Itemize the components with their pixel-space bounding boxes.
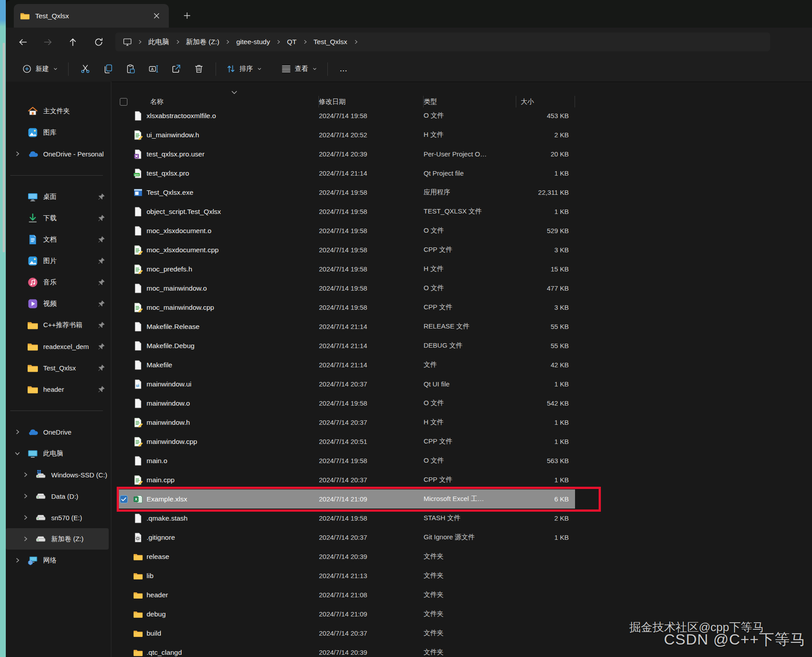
sidebar-item-header[interactable]: header xyxy=(6,378,111,400)
chevron-right-icon[interactable] xyxy=(22,514,35,521)
paste-button[interactable] xyxy=(119,61,142,77)
sidebar-item-drive-c[interactable]: Windows-SSD (C:) xyxy=(6,464,111,485)
chevron-right-icon[interactable] xyxy=(14,428,27,435)
file-icon xyxy=(133,341,143,351)
file-row[interactable]: xlsxabstractooxmlfile.o2024/7/14 19:58O … xyxy=(112,111,812,125)
back-button[interactable] xyxy=(14,33,32,51)
file-row[interactable]: header2024/7/14 21:08文件夹 xyxy=(112,585,812,604)
breadcrumb-item[interactable]: QT xyxy=(283,36,300,48)
file-date-cell: 2024/7/14 19:58 xyxy=(319,208,424,215)
breadcrumb-item[interactable]: 新加卷 (Z:) xyxy=(183,36,223,49)
sidebar-item-test-qxlsx[interactable]: Test_Qxlsx xyxy=(6,357,111,378)
file-date-cell: 2024/7/14 19:58 xyxy=(319,265,424,273)
column-header-name[interactable]: 名称 xyxy=(147,96,319,107)
tab-close-button[interactable] xyxy=(150,10,163,22)
sidebar-item-desktop[interactable]: 桌面 xyxy=(6,186,111,207)
file-row[interactable]: uimainwindow.ui2024/7/14 20:37Qt UI file… xyxy=(112,374,812,394)
file-row[interactable]: moc_xlsxdocument.cpp2024/7/14 19:58CPP 文… xyxy=(112,240,812,259)
file-row[interactable]: moc_mainwindow.cpp2024/7/14 19:58CPP 文件3… xyxy=(112,298,812,317)
view-button[interactable]: 查看 xyxy=(277,61,322,77)
file-row[interactable]: lib2024/7/14 21:13文件夹 xyxy=(112,566,812,585)
share-button[interactable] xyxy=(165,61,188,77)
file-row[interactable]: mainwindow.o2024/7/14 19:58O 文件542 KB xyxy=(112,394,812,413)
new-tab-button[interactable] xyxy=(180,8,195,23)
sidebar-item-pictures[interactable]: 图片 xyxy=(6,250,111,271)
sidebar-item-drive-d[interactable]: Data (D:) xyxy=(6,485,111,507)
sidebar-item-drive-z[interactable]: 新加卷 (Z:) xyxy=(6,528,109,550)
cut-button[interactable] xyxy=(74,61,97,77)
file-row[interactable]: main.cpp2024/7/14 20:37CPP 文件1 KB xyxy=(112,470,812,489)
chevron-right-icon[interactable] xyxy=(22,493,35,500)
rename-button[interactable]: A xyxy=(142,61,165,77)
select-all-checkbox[interactable] xyxy=(120,96,133,107)
sidebar-item-onedrive-personal[interactable]: OneDrive - Personal xyxy=(6,143,111,164)
view-button-label: 查看 xyxy=(295,65,308,73)
file-row[interactable]: moc_xlsxdocument.o2024/7/14 19:58O 文件529… xyxy=(112,221,812,240)
sidebar-item-onedrive[interactable]: OneDrive xyxy=(6,421,111,443)
column-header-type[interactable]: 类型 xyxy=(424,96,516,107)
chevron-right-icon[interactable] xyxy=(22,535,35,542)
file-row[interactable]: mainwindow.h2024/7/14 20:37H 文件1 KB xyxy=(112,413,812,432)
file-row[interactable]: moc_predefs.h2024/7/14 19:58H 文件15 KB xyxy=(112,259,812,279)
sidebar-item-gallery[interactable]: 图库 xyxy=(6,122,111,143)
sidebar-item-cpp-books[interactable]: C++推荐书籍 xyxy=(6,314,111,336)
file-name-cell: Test_Qxlsx.exe xyxy=(147,189,319,197)
ui-icon: ui xyxy=(133,379,143,389)
file-type-cell: CPP 文件 xyxy=(424,437,516,446)
explorer-window: Test_Qxlsx xyxy=(6,0,812,657)
sidebar-item-videos[interactable]: 视频 xyxy=(6,293,111,314)
sidebar-item-home[interactable]: 主文件夹 xyxy=(6,100,111,122)
file-row[interactable]: Makefile2024/7/14 21:14文件42 KB xyxy=(112,355,812,374)
sidebar-item-this-pc[interactable]: 此电脑 xyxy=(6,443,111,464)
file-row[interactable]: ui_mainwindow.h2024/7/14 20:52H 文件2 KB xyxy=(112,125,812,144)
new-button[interactable]: 新建 xyxy=(17,61,63,77)
checkbox-slot xyxy=(120,514,128,522)
breadcrumb[interactable]: 此电脑新加卷 (Z:)gitee-studyQTTest_Qxlsx xyxy=(115,33,770,51)
file-row[interactable]: Test_Qxlsx.exe2024/7/14 19:58应用程序22,311 … xyxy=(112,183,812,202)
sort-button[interactable]: 排序 xyxy=(221,61,267,77)
file-row[interactable]: Makefile.Release2024/7/14 21:14RELEASE 文… xyxy=(112,317,812,336)
file-row[interactable]: .qmake.stash2024/7/14 19:58STASH 文件2 KB xyxy=(112,509,812,528)
breadcrumb-item[interactable]: 此电脑 xyxy=(145,36,173,49)
chevron-right-icon[interactable] xyxy=(22,471,35,478)
sidebar-item-drive-e[interactable]: sn570 (E:) xyxy=(6,507,111,528)
more-options-button[interactable]: … xyxy=(333,62,355,75)
file-row[interactable]: moc_mainwindow.o2024/7/14 19:58O 文件477 K… xyxy=(112,279,812,298)
forward-button[interactable] xyxy=(39,33,57,51)
folder-icon xyxy=(133,609,143,619)
up-button[interactable] xyxy=(64,33,82,51)
file-row[interactable]: test_qxlsx.pro.user2024/7/14 20:39Per-Us… xyxy=(112,144,812,164)
sidebar-item-downloads[interactable]: 下载 xyxy=(6,207,111,229)
copy-button[interactable] xyxy=(97,61,119,77)
checkbox-checked[interactable] xyxy=(120,495,128,503)
chevron-down-icon[interactable] xyxy=(14,450,27,457)
chevron-right-icon[interactable] xyxy=(14,150,27,157)
sidebar-item-readexcel[interactable]: readexcel_dem xyxy=(6,336,111,357)
column-header-size[interactable]: 大小 xyxy=(516,96,575,107)
sidebar-item-documents[interactable]: 文档 xyxy=(6,229,111,250)
checkbox-slot xyxy=(120,284,128,292)
column-header-date[interactable]: 修改日期 xyxy=(319,96,424,107)
file-row[interactable]: protest_qxlsx.pro2024/7/14 21:14Qt Proje… xyxy=(112,164,812,183)
explorer-tab[interactable]: Test_Qxlsx xyxy=(14,4,169,28)
list-header: 名称 修改日期 类型 大小 xyxy=(112,93,812,111)
refresh-button[interactable] xyxy=(90,33,107,51)
breadcrumb-item[interactable]: gitee-study xyxy=(233,36,273,48)
file-row[interactable]: main.o2024/7/14 19:58O 文件563 KB xyxy=(112,451,812,470)
delete-button[interactable] xyxy=(188,61,210,77)
file-row[interactable]: Makefile.Debug2024/7/14 21:14DEBUG 文件55 … xyxy=(112,336,812,355)
file-row[interactable]: XExample.xlsx2024/7/14 21:09Microsoft Ex… xyxy=(112,489,812,509)
breadcrumb-item[interactable]: Test_Qxlsx xyxy=(310,36,351,48)
sidebar-item-music[interactable]: 音乐 xyxy=(6,271,111,293)
sidebar-item-label: 下载 xyxy=(43,214,97,222)
file-row[interactable]: .gitignore2024/7/14 20:37Git Ignore 源文件1… xyxy=(112,528,812,547)
sort-button-label: 排序 xyxy=(240,65,253,73)
file-row[interactable]: object_script.Test_Qxlsx2024/7/14 19:58T… xyxy=(112,202,812,221)
chevron-right-icon[interactable] xyxy=(14,557,27,564)
file-row[interactable]: release2024/7/14 20:39文件夹 xyxy=(112,547,812,566)
chevron-spacer xyxy=(14,257,27,264)
file-row[interactable]: mainwindow.cpp2024/7/14 20:51CPP 文件1 KB xyxy=(112,432,812,451)
sidebar-item-network[interactable]: 网络 xyxy=(6,550,111,571)
watermark-csdn: CSDN @C++下等马 xyxy=(664,629,806,650)
file-type-cell: H 文件 xyxy=(424,131,516,139)
